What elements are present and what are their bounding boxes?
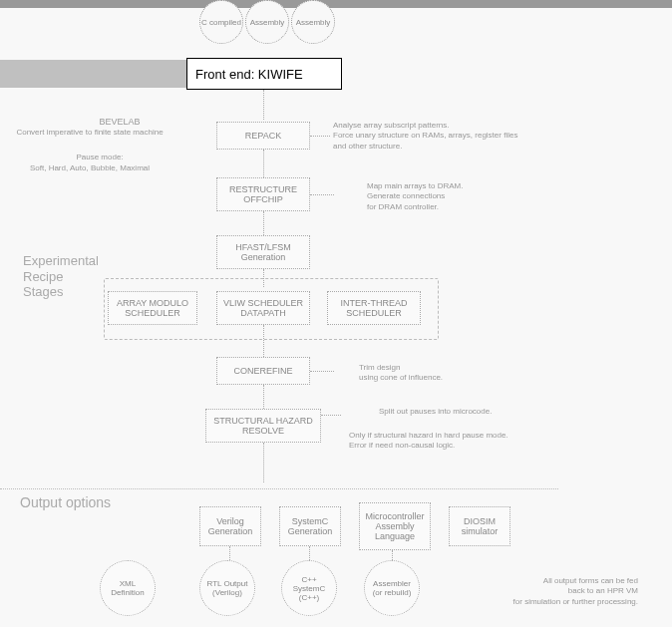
input-assembly-2: Assembly [291,0,335,44]
note-repack: Analyse array subscript patterns. Force … [333,121,517,152]
output-rtl: RTL Output (Verilog) [199,560,255,616]
stage-label: RESOLVE [242,426,284,436]
experimental-label: Experimental Recipe Stages [23,253,99,300]
arrow [263,211,264,235]
stage-label: Microcontroller [365,511,424,521]
stage-restructure: RESTRUCTURE OFFCHIP [216,177,310,211]
output-micro-asm: Microcontroller Assembly Language [359,502,431,550]
stage-label: Generation [208,526,253,536]
label-line: Experimental [23,253,99,269]
output-label: SystemC [293,584,325,593]
stage-label: OFFCHIP [243,194,283,204]
note-conerefine: Trim design using cone of influence. [359,363,443,384]
connector [321,415,341,416]
frontend-title: Front end: KIWIFE [195,67,303,82]
stage-label: REPACK [245,131,281,141]
stage-label: RESTRUCTURE [229,184,297,194]
gray-strip [0,60,187,88]
frontend-box: Front end: KIWIFE [186,58,342,90]
note-line: Error if need non-causal logic. [349,441,508,451]
note-line: Map main arrays to DRAM. [367,181,463,191]
output-label: Assembler [373,579,411,588]
note-line: Only if structural hazard in hard pause … [349,431,508,441]
output-xml: XML Definition [100,560,156,616]
output-label: RTL Output [207,579,248,588]
note-line: Force unary structure on RAMs, arrays, r… [333,131,517,141]
note-line: Generate connections [367,191,463,201]
connector [310,194,334,195]
input-c-compiled: C compiled [199,0,243,44]
note-output-feedback: All output forms can be fed back to an H… [469,576,638,607]
bevelab-pause-modes: Soft, Hard, Auto, Bubble, Maximal [0,163,179,173]
stage-label: SystemC [292,516,329,526]
note-line: for simulation or further processing. [469,597,638,607]
stage-label: DIOSIM [464,516,496,526]
arrow [263,443,264,482]
output-cxx: C++ SystemC (C++) [281,560,337,616]
note-structural-1: Split out pauses into microcode. [379,407,492,417]
output-divider [0,488,558,489]
stage-conerefine: CONEREFINE [216,357,310,385]
input-label: Assembly [296,18,331,27]
note-line: All output forms can be fed [469,576,638,586]
stage-interthread: INTER-THREAD SCHEDULER [327,291,421,325]
stage-hfast: HFAST/LFSM Generation [216,235,310,269]
bevelab-title: BEVELAB [60,117,179,129]
stage-vliw: VLIW SCHEDULER DATAPATH [216,291,310,325]
stage-label: STRUCTURAL HAZARD [213,416,313,426]
note-line: and other structure. [333,142,517,152]
stage-repack: REPACK [216,122,310,150]
stage-label: SCHEDULER [346,308,402,318]
output-label: C++ [301,575,316,584]
note-line: Analyse array subscript patterns. [333,121,517,131]
stage-label: Language [375,531,415,541]
arrow [263,150,264,177]
input-label: C compiled [201,18,241,27]
output-options-label: Output options [20,494,111,510]
arrow [263,385,264,409]
note-line: Trim design [359,363,443,373]
stage-label: VLIW SCHEDULER [223,298,303,308]
note-line: for DRAM controller. [367,202,463,212]
window-top-bar [0,0,672,8]
stage-array-modulo: ARRAY MODULO SCHEDULER [108,291,197,325]
note-restructure: Map main arrays to DRAM. Generate connec… [367,181,463,212]
bevelab-pause-label: Pause mode: [20,153,179,162]
stage-label: Generation [288,526,333,536]
stage-label: Generation [241,252,286,262]
arrow [263,90,264,120]
stage-structural: STRUCTURAL HAZARD RESOLVE [205,409,321,443]
output-verilog-gen: Verilog Generation [199,506,261,546]
stage-label: CONEREFINE [233,366,292,376]
stage-label: Assembly [375,521,414,531]
label-line: Recipe [23,269,99,285]
note-structural-23: Only if structural hazard in hard pause … [349,431,508,452]
connector [310,136,330,137]
stage-label: simulator [462,526,499,536]
note-line: back to an HPR VM [469,586,638,596]
output-label: Definition [111,588,144,597]
connector [310,371,334,372]
arrow [309,546,310,560]
stage-label: Verilog [216,516,244,526]
stage-label: DATAPATH [240,308,285,318]
bevelab-sub: Convert imperative to finite state machi… [0,128,179,138]
stage-label: SCHEDULER [125,308,180,318]
output-asm: Assembler (or rebuild) [364,560,420,616]
output-label: XML [120,579,136,588]
note-line: using cone of influence. [359,373,443,383]
output-systemc-gen: SystemC Generation [279,506,341,546]
arrow [229,546,230,560]
input-label: Assembly [250,18,285,27]
output-label: (or rebuild) [373,588,412,597]
output-diosim: DIOSIM simulator [449,506,510,546]
stage-label: ARRAY MODULO [117,298,188,308]
stage-label: INTER-THREAD [341,298,408,308]
label-line: Stages [23,284,99,300]
stage-label: HFAST/LFSM [235,242,291,252]
arrow [263,325,264,357]
bevelab-label: BEVELAB [60,117,179,129]
output-label: (Verilog) [212,588,242,597]
arrow [392,550,393,560]
output-label: (C++) [299,593,319,602]
